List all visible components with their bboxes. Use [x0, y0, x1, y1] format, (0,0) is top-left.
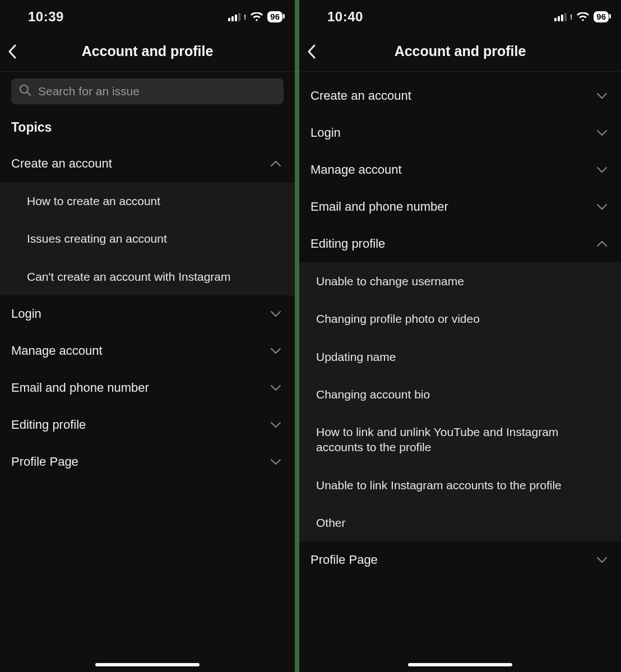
- topic-label: Create an account: [11, 156, 112, 171]
- status-bar: 10:39 ! 96: [0, 0, 295, 31]
- left-screenshot: 10:39 ! 96 Account and profile Search fo…: [0, 0, 295, 672]
- right-screenshot: 10:40 ! 96 Account and profile Create an…: [299, 0, 621, 672]
- status-bar: 10:40 ! 96: [299, 0, 621, 31]
- topic-editing-profile[interactable]: Editing profile: [299, 225, 621, 262]
- home-indicator[interactable]: [95, 663, 200, 666]
- chevron-up-icon: [270, 160, 281, 167]
- status-icons: ! 96: [554, 11, 609, 22]
- topic-profile-page[interactable]: Profile Page: [0, 443, 295, 480]
- topic-label: Login: [310, 126, 341, 140]
- battery-icon: 96: [594, 11, 609, 22]
- sub-item[interactable]: Other: [299, 504, 621, 541]
- chevron-down-icon: [270, 310, 281, 317]
- page-title: Account and profile: [0, 43, 295, 59]
- cellular-warn-icon: !: [244, 13, 246, 21]
- battery-icon: 96: [267, 11, 282, 22]
- sub-item[interactable]: Issues creating an account: [0, 220, 295, 257]
- topic-editing-profile-items: Unable to change username Changing profi…: [299, 262, 621, 541]
- topic-label: Editing profile: [11, 418, 86, 432]
- search-input[interactable]: Search for an issue: [11, 78, 284, 104]
- topic-login[interactable]: Login: [0, 295, 295, 332]
- chevron-down-icon: [270, 384, 281, 391]
- topic-label: Editing profile: [310, 237, 385, 251]
- topic-email-phone[interactable]: Email and phone number: [299, 188, 621, 225]
- topic-label: Profile Page: [310, 553, 378, 567]
- topic-profile-page[interactable]: Profile Page: [299, 541, 621, 578]
- topic-label: Create an account: [310, 89, 411, 103]
- wifi-icon: [577, 12, 589, 21]
- search-placeholder: Search for an issue: [38, 85, 140, 98]
- cellular-icon: [228, 12, 240, 21]
- chevron-down-icon: [596, 557, 608, 563]
- nav-header: Account and profile: [299, 31, 621, 72]
- chevron-down-icon: [270, 347, 281, 354]
- topic-label: Profile Page: [11, 455, 78, 469]
- cellular-icon: [554, 12, 567, 21]
- topic-label: Manage account: [11, 344, 103, 358]
- home-indicator[interactable]: [408, 663, 512, 666]
- topic-editing-profile[interactable]: Editing profile: [0, 406, 295, 443]
- topic-create-account[interactable]: Create an account: [0, 145, 295, 182]
- topic-email-phone[interactable]: Email and phone number: [0, 369, 295, 406]
- chevron-down-icon: [596, 129, 608, 136]
- sub-item[interactable]: How to create an account: [0, 182, 295, 220]
- back-button[interactable]: [8, 44, 25, 59]
- sub-item[interactable]: Unable to change username: [299, 262, 621, 300]
- nav-header: Account and profile: [0, 31, 295, 72]
- chevron-up-icon: [596, 240, 608, 247]
- sub-item[interactable]: Changing account bio: [299, 376, 621, 413]
- cellular-warn-icon: !: [570, 13, 572, 21]
- topic-manage-account[interactable]: Manage account: [0, 332, 295, 369]
- search-icon: [19, 84, 31, 99]
- chevron-down-icon: [596, 166, 608, 173]
- chevron-down-icon: [270, 458, 281, 465]
- chevron-down-icon: [270, 421, 281, 428]
- sub-item[interactable]: Changing profile photo or video: [299, 300, 621, 337]
- status-time: 10:39: [12, 9, 64, 25]
- sub-item[interactable]: How to link and unlink YouTube and Insta…: [299, 413, 621, 466]
- page-title: Account and profile: [299, 43, 621, 59]
- topic-create-account[interactable]: Create an account: [299, 77, 621, 114]
- topic-label: Email and phone number: [310, 200, 448, 214]
- wifi-icon: [251, 12, 263, 21]
- status-icons: ! 96: [228, 11, 282, 22]
- sub-item[interactable]: Unable to link Instagram accounts to the…: [299, 466, 621, 504]
- status-time: 10:40: [312, 9, 363, 25]
- sub-item[interactable]: Can't create an account with Instagram: [0, 258, 295, 295]
- chevron-down-icon: [596, 203, 608, 210]
- topic-label: Manage account: [310, 163, 402, 177]
- back-button[interactable]: [307, 44, 324, 59]
- topic-label: Email and phone number: [11, 381, 149, 395]
- chevron-down-icon: [596, 92, 608, 99]
- topics-heading: Topics: [0, 112, 295, 145]
- svg-line-1: [27, 92, 31, 96]
- topic-create-account-items: How to create an account Issues creating…: [0, 182, 295, 295]
- topic-label: Login: [11, 307, 41, 321]
- sub-item[interactable]: Updating name: [299, 338, 621, 376]
- topic-manage-account[interactable]: Manage account: [299, 151, 621, 188]
- topic-login[interactable]: Login: [299, 114, 621, 151]
